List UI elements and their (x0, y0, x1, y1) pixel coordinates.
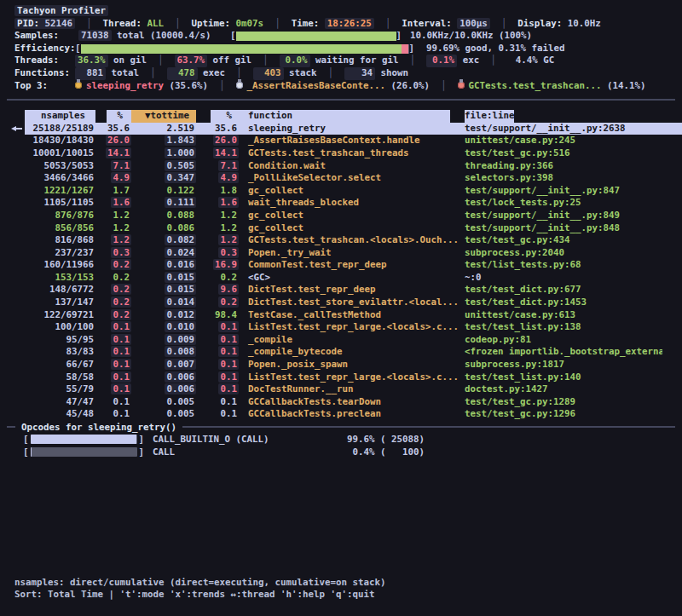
opcodes-section-header: Opcodes for sleeping_retry() (7, 421, 675, 434)
column-header-function[interactable]: function (239, 110, 450, 123)
threads-label: Threads: (14, 55, 75, 67)
table-row[interactable]: 148/67720.20.0159.6DictTest.test_repr_de… (0, 284, 682, 296)
thread-value: 4.4% (507, 55, 538, 67)
column-header-file-line[interactable]: file:line (465, 110, 514, 123)
table-row[interactable]: 816/8681.20.0821.2GCTests.test_trashcan.… (0, 234, 682, 247)
file-line-cell: test/test_gc.py:1296 (465, 408, 662, 421)
function-cell: Popen._posix_spawn (239, 359, 465, 371)
p2-cell: 0.1 (196, 321, 239, 334)
ns-cell: 3466/3466 (25, 172, 95, 185)
tt-cell: 0.086 (131, 222, 196, 235)
stat-separator: │ (225, 67, 253, 78)
tt-cell: 1.000 (131, 147, 196, 160)
table-row[interactable]: 95/950.10.0090.1_compilecodeop.py:81 (0, 334, 682, 347)
table-header-row: nsamples % ▼tottime % function file:line (0, 110, 682, 123)
p1-cell: 7.1 (95, 160, 131, 173)
opcode-bar (31, 447, 137, 457)
table-row[interactable]: 237/2370.30.0240.3Popen._try_waitsubproc… (0, 247, 682, 260)
thread-stat: 0.0% waiting for gil (280, 55, 399, 66)
table-row[interactable]: 18430/1843026.01.84326.0_AssertRaisesBas… (0, 135, 682, 147)
column-header-tottime-sorted[interactable]: ▼tottime (131, 110, 196, 123)
function-label: exec (198, 67, 226, 78)
title-line: Tachyon Profiler (0, 5, 682, 18)
p1-cell: 0.1 (95, 334, 131, 347)
function-cell: _compile_bytecode (239, 346, 465, 359)
function-cell: ListTest.test_repr_large.<locals>.c... (239, 371, 465, 384)
opcode-bar (31, 435, 137, 444)
stat-separator: │ (317, 67, 345, 78)
table-row[interactable]: 153/1530.20.0150.2<GC>~:0 (0, 272, 682, 285)
p1-cell: 0.1 (95, 383, 131, 396)
p2-cell: 1.8 (196, 185, 239, 198)
ns-cell: 55/79 (25, 383, 95, 396)
function-label: total (106, 67, 139, 78)
stat-separator: │ (75, 18, 103, 29)
table-row[interactable]: 856/8561.20.0861.2gc_collecttest/support… (0, 222, 682, 235)
table-row[interactable]: 876/8761.20.0881.2gc_collecttest/support… (0, 210, 682, 222)
table-row[interactable]: 47/470.10.0050.1GCCallbackTests.tearDown… (0, 396, 682, 409)
p1-cell: 0.2 (95, 259, 131, 272)
table-row[interactable]: 55/790.10.0060.1DocTestRunner.__rundocte… (0, 383, 682, 396)
table-row[interactable]: 137/1470.20.0140.2DictTest.test_store_ev… (0, 296, 682, 309)
p1-cell: 1.2 (95, 234, 131, 247)
thread-value: 36.3% (75, 55, 108, 67)
bronze-medal-icon (458, 82, 465, 89)
column-header-cumulative-pct[interactable]: % (211, 110, 239, 123)
file-line-cell: subprocess.py:2040 (465, 247, 662, 260)
tt-cell: 2.519 (131, 123, 196, 135)
table-row[interactable]: 66/670.10.0070.1Popen._posix_spawnsubpro… (0, 359, 682, 371)
thread-value: 0.1% (426, 55, 457, 67)
gold-medal-icon (75, 82, 82, 89)
efficiency-summary: 99.69% good, 0.31% failed (414, 43, 565, 55)
table-row[interactable]: 25188/2518935.62.51935.6sleeping_retryte… (0, 123, 682, 135)
table-row[interactable]: 5053/50537.10.5057.1Condition.waitthread… (0, 160, 682, 173)
functions-label: Functions: (14, 67, 75, 80)
tt-cell: 0.012 (131, 309, 196, 322)
p1-cell: 0.1 (95, 346, 131, 359)
function-cell: sleeping_retry (239, 123, 465, 135)
table-row[interactable]: 1221/12671.70.1221.8gc_collecttest/suppo… (0, 185, 682, 198)
column-header-direct-pct[interactable]: % (107, 110, 131, 123)
column-header-nsamples[interactable]: nsamples (25, 110, 95, 123)
stat-separator: │ (263, 18, 292, 29)
p2-cell: 9.6 (196, 284, 239, 296)
table-row[interactable]: 83/830.10.0080.1_compile_bytecode<frozen… (0, 346, 682, 359)
table-row[interactable]: 1105/11051.60.1111.6wait_threads_blocked… (0, 197, 682, 210)
selection-arrow-slot (0, 284, 25, 296)
functions-line: Functions:881 total │ 478 exec │ 403 sta… (0, 67, 682, 80)
function-cell: DictTest.test_repr_deep (239, 284, 465, 296)
silver-medal-icon (236, 82, 243, 89)
file-line-cell: test/test_dict.py:677 (465, 284, 662, 296)
thread-value: 63.7% (175, 55, 208, 67)
thread-stat: 36.3% on gil (75, 55, 147, 66)
selection-arrow-slot (0, 371, 25, 384)
top3-function-name: GCTests.test_trashcan... (469, 80, 602, 91)
p2-cell: 1.2 (196, 222, 239, 235)
thread-stat: 63.7% off gil (175, 55, 252, 66)
function-stat: 478 exec (167, 67, 226, 78)
ns-cell: 47/47 (25, 396, 95, 409)
stat-value: 52146 (45, 18, 73, 29)
stat-separator: │ (490, 18, 518, 29)
tachyon-profiler: Tachyon Profiler PID: 52146 │ Thread: AL… (0, 0, 682, 616)
selection-arrow-slot (0, 359, 25, 371)
app-title: Tachyon Profiler (14, 5, 108, 16)
p1-cell: 0.1 (95, 321, 131, 334)
opcodes-title: Opcodes for sleeping_retry() (21, 422, 176, 433)
function-cell: _AssertRaisesBaseContext.handle (239, 135, 465, 147)
table-row[interactable]: 100/1000.10.0100.1ListTest.test_repr_lar… (0, 321, 682, 334)
table-row[interactable]: 3466/34664.90.3474.9_PollLikeSelector.se… (0, 172, 682, 185)
selection-arrow-slot (0, 135, 25, 147)
p1-cell: 1.7 (95, 185, 131, 198)
stat-value: 18:26:25 (325, 18, 374, 29)
table-row[interactable]: 160/119660.20.01616.9CommonTest.test_rep… (0, 259, 682, 272)
function-cell: <GC> (239, 272, 465, 285)
table-row[interactable]: 45/480.10.0050.1GCCallbackTests.preclean… (0, 408, 682, 421)
file-line-cell: test/lock_tests.py:25 (465, 197, 662, 210)
table-row[interactable]: 10001/1001514.11.00014.1GCTests.test_tra… (0, 147, 682, 160)
ns-cell: 160/11966 (25, 259, 95, 272)
selection-arrow-slot (0, 321, 25, 334)
table-row[interactable]: 122/697210.20.01298.4TestCase._callTestM… (0, 309, 682, 322)
table-row[interactable]: 58/580.10.0060.1ListTest.test_repr_large… (0, 371, 682, 384)
selection-arrow-slot (0, 309, 25, 322)
